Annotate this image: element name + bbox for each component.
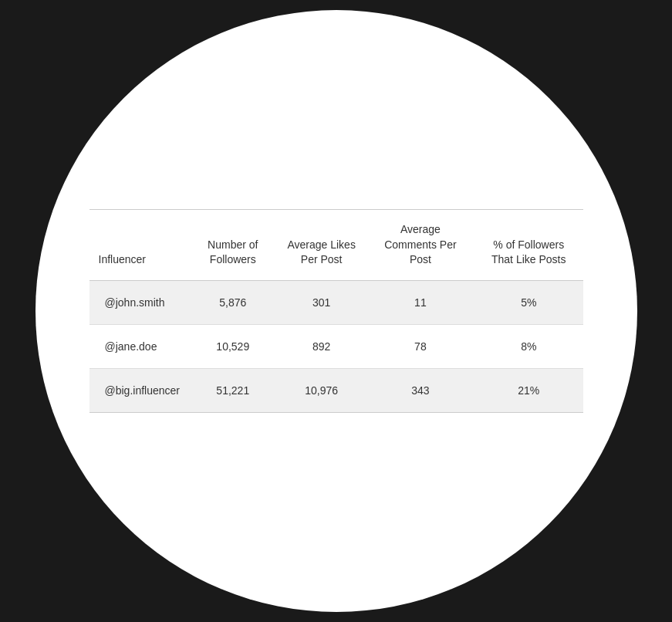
table-row: @john.smith5,876301115% xyxy=(89,280,583,324)
table-wrapper: Influencer Number of Followers Average L… xyxy=(74,194,599,428)
cell-influencer-2: @big.influencer xyxy=(89,368,190,412)
influencer-table: Influencer Number of Followers Average L… xyxy=(89,209,583,413)
cell-avg_comments-0: 11 xyxy=(366,280,474,324)
cell-pct_followers_like-2: 21% xyxy=(474,368,583,412)
cell-followers-2: 51,221 xyxy=(189,368,277,412)
col-header-avg-comments: Average Comments Per Post xyxy=(366,210,474,281)
cell-influencer-0: @john.smith xyxy=(89,280,190,324)
cell-avg_comments-2: 343 xyxy=(366,368,474,412)
circle-background: Influencer Number of Followers Average L… xyxy=(35,10,637,612)
col-header-avg-likes: Average Likes Per Post xyxy=(277,210,366,281)
cell-influencer-1: @jane.doe xyxy=(89,324,190,368)
cell-followers-1: 10,529 xyxy=(189,324,277,368)
cell-avg_likes-0: 301 xyxy=(277,280,366,324)
cell-avg_likes-2: 10,976 xyxy=(277,368,366,412)
cell-followers-0: 5,876 xyxy=(189,280,277,324)
table-row: @jane.doe10,529892788% xyxy=(89,324,583,368)
col-header-influencer: Influencer xyxy=(89,210,190,281)
table-header-row: Influencer Number of Followers Average L… xyxy=(89,210,583,281)
cell-avg_likes-1: 892 xyxy=(277,324,366,368)
col-header-pct-followers: % of Followers That Like Posts xyxy=(474,210,583,281)
cell-pct_followers_like-1: 8% xyxy=(474,324,583,368)
col-header-followers: Number of Followers xyxy=(189,210,277,281)
cell-pct_followers_like-0: 5% xyxy=(474,280,583,324)
cell-avg_comments-1: 78 xyxy=(366,324,474,368)
table-row: @big.influencer51,22110,97634321% xyxy=(89,368,583,412)
